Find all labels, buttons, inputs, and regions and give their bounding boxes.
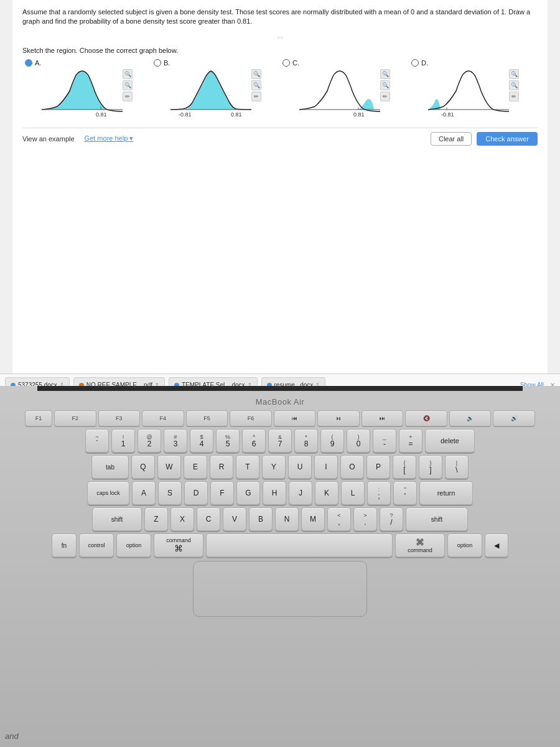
clear-all-button[interactable]: Clear all	[431, 132, 472, 146]
tab-key[interactable]: tab	[91, 455, 129, 479]
key-8[interactable]: *8	[294, 429, 318, 453]
fn-key-f12[interactable]: 🔊	[493, 410, 535, 426]
key-backtick[interactable]: ~`	[85, 429, 109, 453]
caps-lock-key[interactable]: caps lock	[87, 481, 129, 505]
key-u[interactable]: U	[288, 455, 312, 479]
get-more-help[interactable]: Get more help ▾	[85, 134, 134, 143]
fn-key-f4[interactable]: F4	[142, 410, 184, 426]
fn-key-f11[interactable]: 🔉	[449, 410, 492, 426]
radio-label-c[interactable]: C.	[280, 59, 299, 67]
fn-key-f2[interactable]: F2	[54, 410, 96, 426]
delete-key[interactable]: delete	[425, 429, 475, 453]
view-example[interactable]: View an example	[22, 135, 75, 143]
key-c[interactable]: C	[197, 507, 220, 531]
fn-modifier-key[interactable]: fn	[52, 533, 77, 557]
key-3[interactable]: #3	[164, 429, 187, 453]
left-option-key[interactable]: option	[116, 533, 151, 557]
key-2[interactable]: @2	[138, 429, 161, 453]
radio-label-a[interactable]: A.	[22, 59, 41, 67]
key-period[interactable]: >.	[353, 507, 377, 531]
key-m[interactable]: M	[301, 507, 325, 531]
fn-key-f8[interactable]: ⏯	[317, 410, 360, 426]
radio-a[interactable]	[25, 59, 32, 67]
key-g[interactable]: G	[236, 481, 260, 505]
return-key[interactable]: return	[419, 481, 473, 505]
key-s[interactable]: S	[158, 481, 182, 505]
graph-option-a[interactable]: A. 🔍 🔍 ✏	[22, 59, 151, 121]
left-arrow-key[interactable]: ◀	[485, 533, 508, 557]
key-a[interactable]: A	[132, 481, 156, 505]
control-key[interactable]: control	[79, 533, 114, 557]
key-6[interactable]: ^6	[242, 429, 266, 453]
key-d[interactable]: D	[184, 481, 208, 505]
key-j[interactable]: J	[289, 481, 312, 505]
key-quote[interactable]: "'	[393, 481, 417, 505]
key-p[interactable]: P	[366, 455, 390, 479]
graph-option-b[interactable]: B. 🔍 🔍 ✏	[151, 59, 280, 121]
key-n[interactable]: N	[275, 507, 299, 531]
right-option-key[interactable]: option	[447, 533, 482, 557]
key-i[interactable]: I	[314, 455, 338, 479]
key-x[interactable]: X	[170, 507, 194, 531]
graph-option-d[interactable]: D. 🔍 🔍 ✏	[409, 59, 538, 121]
key-rbracket[interactable]: }]	[419, 455, 442, 479]
fn-key-f6[interactable]: F6	[230, 410, 272, 426]
key-comma[interactable]: <,	[327, 507, 351, 531]
search-icon-d[interactable]: 🔍	[509, 80, 519, 90]
edit-icon-b[interactable]: ✏	[251, 92, 261, 101]
fn-key-f1[interactable]: F1	[25, 410, 52, 426]
zoom-icon-a[interactable]: 🔍	[123, 69, 133, 79]
key-q[interactable]: Q	[131, 455, 155, 479]
zoom-icon-d[interactable]: 🔍	[509, 69, 519, 79]
left-shift-key[interactable]: shift	[92, 507, 142, 531]
radio-b[interactable]	[154, 59, 161, 67]
key-r[interactable]: R	[210, 455, 233, 479]
key-equal[interactable]: +=	[399, 429, 422, 453]
key-w[interactable]: W	[157, 455, 181, 479]
spacebar[interactable]	[206, 533, 393, 557]
key-9[interactable]: (9	[320, 429, 344, 453]
check-answer-button[interactable]: Check answer	[477, 132, 538, 146]
radio-d[interactable]	[411, 59, 419, 67]
key-backslash[interactable]: |\	[445, 455, 469, 479]
key-h[interactable]: H	[263, 481, 286, 505]
key-y[interactable]: Y	[262, 455, 286, 479]
fn-key-f7[interactable]: ⏮	[274, 410, 316, 426]
key-v[interactable]: V	[223, 507, 246, 531]
radio-label-d[interactable]: D.	[409, 59, 428, 67]
key-7[interactable]: &7	[268, 429, 292, 453]
right-command-key[interactable]: ⌘ command	[395, 533, 445, 557]
key-slash[interactable]: ?/	[380, 507, 403, 531]
edit-icon-a[interactable]: ✏	[123, 92, 133, 101]
key-o[interactable]: O	[340, 455, 364, 479]
key-k[interactable]: K	[315, 481, 338, 505]
key-0[interactable]: )0	[347, 429, 370, 453]
key-z[interactable]: Z	[144, 507, 168, 531]
edit-icon-c[interactable]: ✏	[380, 92, 390, 101]
key-semicolon[interactable]: :;	[367, 481, 391, 505]
key-1[interactable]: !1	[111, 429, 135, 453]
edit-icon-d[interactable]: ✏	[509, 92, 519, 101]
key-f[interactable]: F	[210, 481, 234, 505]
right-shift-key[interactable]: shift	[406, 507, 468, 531]
left-command-key[interactable]: command ⌘	[154, 533, 203, 557]
fn-key-f5[interactable]: F5	[186, 410, 228, 426]
radio-label-b[interactable]: B.	[151, 59, 170, 67]
zoom-icon-c[interactable]: 🔍	[380, 69, 390, 79]
key-4[interactable]: $4	[190, 429, 213, 453]
key-l[interactable]: L	[341, 481, 365, 505]
key-5[interactable]: %5	[216, 429, 240, 453]
graph-option-c[interactable]: C. 🔍 🔍 ✏	[280, 59, 409, 121]
search-icon-b[interactable]: 🔍	[251, 80, 261, 90]
fn-key-f9[interactable]: ⏭	[362, 410, 404, 426]
trackpad[interactable]	[193, 561, 367, 617]
search-icon-a[interactable]: 🔍	[123, 80, 133, 90]
radio-c[interactable]	[282, 59, 290, 67]
fn-key-f10[interactable]: 🔇	[405, 410, 447, 426]
key-e[interactable]: E	[184, 455, 207, 479]
zoom-icon-b[interactable]: 🔍	[251, 69, 261, 79]
search-icon-c[interactable]: 🔍	[380, 80, 390, 90]
key-t[interactable]: T	[236, 455, 259, 479]
key-minus[interactable]: _-	[373, 429, 396, 453]
fn-key-f3[interactable]: F3	[98, 410, 141, 426]
